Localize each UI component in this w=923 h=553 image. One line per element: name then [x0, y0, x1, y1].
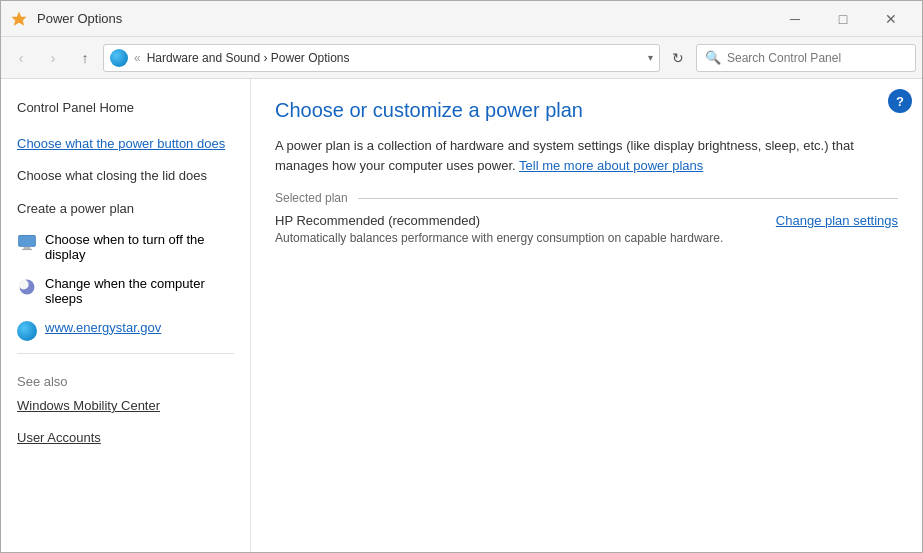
svg-marker-0	[12, 11, 27, 25]
svg-rect-1	[19, 235, 36, 246]
window-title: Power Options	[37, 11, 772, 26]
selected-plan-label: Selected plan	[275, 191, 348, 205]
sidebar-item-display[interactable]: Choose when to turn off the display	[1, 228, 250, 266]
title-bar: Power Options ─ □ ✕	[1, 1, 922, 37]
help-button[interactable]: ?	[888, 89, 912, 113]
intro-text: A power plan is a collection of hardware…	[275, 136, 898, 175]
address-globe-icon	[110, 49, 128, 67]
content-area: Control Panel Home Choose what the power…	[1, 79, 922, 552]
toolbar: ‹ › ↑ « Hardware and Sound › Power Optio…	[1, 37, 922, 79]
up-button[interactable]: ↑	[71, 44, 99, 72]
search-box[interactable]: 🔍	[696, 44, 916, 72]
address-prefix: «	[134, 51, 141, 65]
close-button[interactable]: ✕	[868, 4, 914, 34]
sidebar-divider	[17, 353, 234, 354]
sidebar-item-sleep[interactable]: Change when the computer sleeps	[1, 272, 250, 310]
sidebar-item-lid[interactable]: Choose what closing the lid does	[1, 163, 250, 189]
power-options-window: Power Options ─ □ ✕ ‹ › ↑ « Hardware and…	[0, 0, 923, 553]
main-panel: ? Choose or customize a power plan A pow…	[251, 79, 922, 552]
sidebar-item-create-plan[interactable]: Create a power plan	[1, 196, 250, 222]
sidebar-item-accounts[interactable]: User Accounts	[1, 425, 250, 451]
address-dropdown-icon[interactable]: ▾	[648, 52, 653, 63]
plan-desc: Automatically balances performance with …	[275, 231, 723, 245]
see-also-label: See also	[1, 362, 250, 393]
divider-line	[358, 198, 898, 199]
address-bar[interactable]: « Hardware and Sound › Power Options ▾	[103, 44, 660, 72]
back-button[interactable]: ‹	[7, 44, 35, 72]
selected-plan-section: Selected plan	[275, 191, 898, 205]
monitor-icon	[17, 233, 37, 253]
plan-row: HP Recommended (recommended) Automatical…	[275, 213, 898, 245]
maximize-button[interactable]: □	[820, 4, 866, 34]
sidebar-item-home[interactable]: Control Panel Home	[1, 95, 250, 121]
search-input[interactable]	[727, 51, 907, 65]
sidebar-item-energystar[interactable]: www.energystar.gov	[1, 316, 250, 345]
search-icon: 🔍	[705, 50, 721, 65]
window-icon	[9, 9, 29, 29]
minimize-button[interactable]: ─	[772, 4, 818, 34]
forward-button[interactable]: ›	[39, 44, 67, 72]
svg-rect-3	[22, 249, 32, 250]
plan-name: HP Recommended (recommended)	[275, 213, 723, 228]
moon-icon	[17, 277, 37, 297]
page-heading: Choose or customize a power plan	[275, 99, 898, 122]
sidebar: Control Panel Home Choose what the power…	[1, 79, 251, 552]
sidebar-item-power-button[interactable]: Choose what the power button does	[1, 131, 250, 157]
window-controls: ─ □ ✕	[772, 4, 914, 34]
svg-point-5	[19, 279, 29, 289]
change-plan-settings-link[interactable]: Change plan settings	[776, 213, 898, 228]
plan-info: HP Recommended (recommended) Automatical…	[275, 213, 723, 245]
sidebar-item-energystar-label: www.energystar.gov	[45, 320, 161, 335]
address-path: Hardware and Sound › Power Options	[147, 51, 642, 65]
globe-icon	[17, 321, 37, 341]
sidebar-item-mobility[interactable]: Windows Mobility Center	[1, 393, 250, 419]
tell-me-more-link[interactable]: Tell me more about power plans	[519, 158, 703, 173]
sidebar-item-display-label: Choose when to turn off the display	[45, 232, 234, 262]
svg-rect-2	[24, 247, 31, 249]
refresh-button[interactable]: ↻	[664, 44, 692, 72]
sidebar-item-sleep-label: Change when the computer sleeps	[45, 276, 234, 306]
